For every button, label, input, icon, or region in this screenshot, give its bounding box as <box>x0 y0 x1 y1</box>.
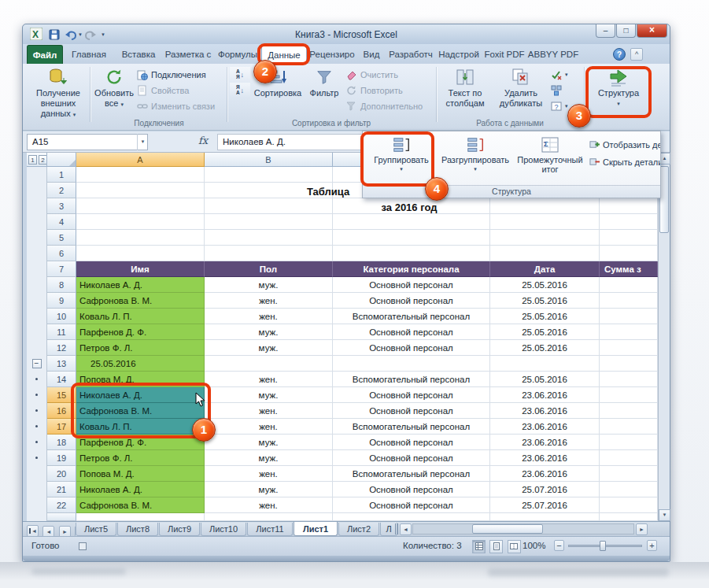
cell-C15[interactable]: Основной персонал <box>333 387 490 403</box>
cell-B13[interactable] <box>205 356 333 372</box>
reapply-button[interactable]: Повторить <box>346 83 423 98</box>
cell-E5[interactable] <box>600 230 658 246</box>
outline-level-2-button[interactable]: 2 <box>39 155 47 165</box>
cell-C4[interactable] <box>333 214 490 230</box>
cell-B4[interactable] <box>205 214 333 230</box>
cell-C17[interactable]: Вспомогательный персонал <box>333 419 490 435</box>
header-cell-1[interactable]: Имя <box>76 261 205 277</box>
select-all-corner[interactable] <box>47 153 76 167</box>
cell-B20[interactable]: жен. <box>205 466 333 482</box>
cell-D15[interactable]: 23.06.2016 <box>490 387 600 403</box>
cell-B8[interactable]: муж. <box>205 277 333 293</box>
properties-button[interactable]: Свойства <box>137 83 215 98</box>
ribbon-tab-Надстрой[interactable]: Надстрой <box>436 45 482 64</box>
insert-function-button[interactable]: fx <box>198 135 208 146</box>
row-header-partial[interactable] <box>47 513 76 521</box>
sheet-tab-Лист2[interactable]: Лист2 <box>338 523 379 536</box>
outline-collapse-button[interactable]: − <box>32 359 42 368</box>
subtotal-button[interactable]: Σ Промежуточный итог <box>515 135 585 182</box>
row-header-9[interactable]: 9 <box>47 293 76 309</box>
row-header-8[interactable]: 8 <box>47 277 76 293</box>
cell-E13[interactable] <box>600 356 658 372</box>
cell-B19[interactable]: муж. <box>205 450 333 466</box>
row-header-21[interactable]: 21 <box>47 482 76 497</box>
header-cell-2[interactable]: Пол <box>205 261 333 277</box>
ungroup-button[interactable]: Разгруппировать ▾ <box>438 135 512 182</box>
cell-D4[interactable] <box>490 214 600 230</box>
hscroll-right-icon[interactable]: ► <box>636 523 648 535</box>
sheet-tab-Лист1[interactable]: Лист1 <box>294 522 338 536</box>
tab-splitter[interactable] <box>395 523 398 534</box>
cell-C22[interactable]: Основной персонал <box>333 497 490 513</box>
row-header-7[interactable]: 7 <box>47 261 76 277</box>
cell-B17[interactable]: жен. <box>205 419 333 435</box>
help-icon[interactable]: ? <box>613 48 626 61</box>
row-header-6[interactable]: 6 <box>47 246 76 261</box>
filter-button[interactable]: Фильтр <box>305 66 343 123</box>
cell-E4[interactable] <box>600 214 658 230</box>
cell-E19[interactable] <box>600 450 658 466</box>
cell-D22[interactable]: 25.07.2016 <box>490 497 600 513</box>
cell-C21[interactable]: Основной персонал <box>333 482 490 497</box>
text-to-columns-button[interactable]: Текст по столбцам <box>439 66 491 123</box>
zoom-in-button[interactable]: + <box>647 540 657 551</box>
connections-button[interactable]: Подключения <box>137 67 215 83</box>
row-header-10[interactable]: 10 <box>47 309 76 324</box>
cell-C6[interactable] <box>333 246 490 261</box>
consolidate-button[interactable] <box>551 83 568 98</box>
cell-A11[interactable]: Парфенов Д. Ф. <box>76 324 205 340</box>
sheet-tab-Лист8[interactable]: Лист8 <box>117 523 158 536</box>
cell-E6[interactable] <box>600 246 658 261</box>
cell-D12[interactable]: 25.05.2016 <box>490 340 600 356</box>
cell-B5[interactable] <box>205 230 333 246</box>
cell-E9[interactable] <box>600 293 658 309</box>
cell-E22[interactable] <box>600 497 658 513</box>
cell-A19[interactable]: Петров Ф. Л. <box>76 450 205 466</box>
edit-links-button[interactable]: Изменить связи <box>137 98 215 114</box>
row-header-5[interactable]: 5 <box>47 230 76 246</box>
cell-B11[interactable]: муж. <box>205 324 333 340</box>
save-button[interactable] <box>49 29 60 43</box>
cell-B1[interactable] <box>205 167 333 183</box>
undo-button[interactable] <box>65 29 76 43</box>
sheet-tab-Лист10[interactable]: Лист10 <box>201 523 246 536</box>
cell-D19[interactable]: 23.06.2016 <box>490 450 600 466</box>
refresh-all-button[interactable]: Обновить все ▾ <box>93 66 135 123</box>
cell-E10[interactable] <box>600 309 658 324</box>
get-external-data-button[interactable]: Получение внешних данных ▾ <box>27 66 90 123</box>
page-break-view-button[interactable] <box>508 540 521 553</box>
cell-A20[interactable]: Попова М. Д. <box>76 466 205 482</box>
cell-D6[interactable] <box>490 246 600 261</box>
cell-C5[interactable] <box>333 230 490 246</box>
qat-customize-icon[interactable]: ▼ <box>101 32 105 37</box>
ribbon-tab-Файл[interactable]: Файл <box>27 45 63 64</box>
clear-filter-button[interactable]: Очистить <box>346 67 423 83</box>
sort-ascending-button[interactable]: АЯ ↓ <box>230 67 250 82</box>
cell-D8[interactable]: 25.05.2016 <box>490 277 600 293</box>
ribbon-tab-Формулы[interactable]: Формулы <box>214 45 261 64</box>
cell-D21[interactable]: 25.07.2016 <box>490 482 600 497</box>
horizontal-scroll-thumb[interactable] <box>472 524 543 534</box>
scroll-down-icon[interactable]: ▼ <box>659 509 670 521</box>
cell-D20[interactable]: 23.06.2016 <box>490 466 600 482</box>
vertical-scrollbar[interactable]: ▲ ▼ <box>658 153 670 521</box>
cell-A13[interactable]: 25.05.2016 <box>76 356 205 372</box>
sort-descending-button[interactable]: ЯА ↓ <box>230 83 250 98</box>
cell-E3[interactable] <box>600 198 658 214</box>
redo-button[interactable] <box>85 29 97 43</box>
row-header-4[interactable]: 4 <box>47 214 76 230</box>
cell-E18[interactable] <box>600 435 658 450</box>
cell-E8[interactable] <box>600 277 658 293</box>
cell-B15[interactable]: муж. <box>205 387 333 403</box>
cell-C11[interactable]: Основной персонал <box>333 324 490 340</box>
cell-E16[interactable] <box>600 403 658 419</box>
macro-record-icon[interactable] <box>79 542 87 550</box>
ribbon-tab-Foxit PDF[interactable]: Foxit PDF <box>482 45 527 64</box>
cell-A5[interactable] <box>76 230 205 246</box>
column-header-B[interactable]: B <box>205 153 333 167</box>
tab-nav-first-button[interactable]: ◄ <box>27 525 39 537</box>
remove-duplicates-button[interactable]: Удалить дубликаты <box>494 66 548 123</box>
cell-A1[interactable] <box>76 167 205 183</box>
cell-D16[interactable]: 23.06.2016 <box>490 403 600 419</box>
cell-B9[interactable]: жен. <box>205 293 333 309</box>
